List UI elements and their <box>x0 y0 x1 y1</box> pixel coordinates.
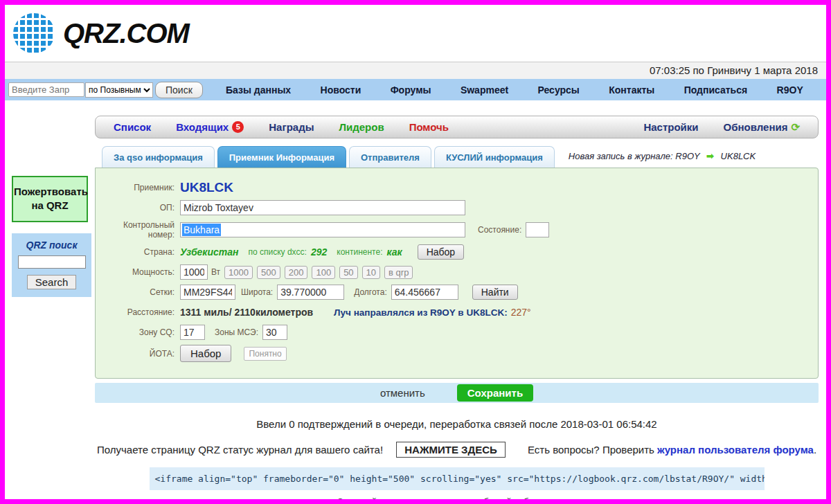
main-nav-bar: по Позывным Поиск Базы данных Новости Фо… <box>5 79 826 100</box>
menubar-item-settings[interactable]: Настройки <box>643 121 698 133</box>
cancel-link[interactable]: отменить <box>380 387 425 399</box>
tab-sender[interactable]: Отправителя <box>349 146 431 168</box>
dxcc-value: 292 <box>311 246 327 258</box>
power-preset-50[interactable]: 50 <box>339 266 357 279</box>
power-preset-500[interactable]: 500 <box>257 266 280 279</box>
power-row: Мощность: Вт 1000 500 200 100 50 10 в qr… <box>96 264 818 280</box>
control-number-label: Контрольный номер: <box>96 220 180 240</box>
nav-item-resources[interactable]: Ресурсы <box>538 84 580 96</box>
itu-zone-label: Зоны МСЭ: <box>215 327 258 337</box>
menubar-item-help-label: Помочь <box>409 121 449 133</box>
continent-value: как <box>386 246 402 258</box>
find-button[interactable]: Найти <box>472 285 518 300</box>
inbox-count-badge: 5 <box>232 121 244 133</box>
qrz-search-input[interactable] <box>18 255 86 269</box>
grid-input[interactable] <box>180 285 235 300</box>
search-button[interactable]: Поиск <box>155 82 203 98</box>
nav-item-forums[interactable]: Форумы <box>391 84 431 96</box>
power-label: Мощность: <box>96 267 180 277</box>
country-label: Страна: <box>96 247 180 257</box>
menubar-item-awards[interactable]: Награды <box>269 121 314 133</box>
nav-item-news[interactable]: Новости <box>321 84 361 96</box>
latitude-input[interactable] <box>277 285 344 300</box>
save-button[interactable]: Сохранить <box>457 384 533 402</box>
country-set-button[interactable]: Набор <box>418 244 465 260</box>
gmt-timestamp: 07:03:25 по Гринвичу 1 марта 2018 <box>650 64 818 76</box>
menubar-item-updates[interactable]: Обновления ⟳ <box>724 121 800 134</box>
distance-label: Расстояние: <box>96 307 180 317</box>
tab-qsl-info[interactable]: КУСЛИЙ информация <box>434 146 555 168</box>
menubar-item-help[interactable]: Помочь <box>409 121 449 133</box>
iframe-embed-code[interactable]: <iframe align="top" frameborder="0" heig… <box>150 467 765 490</box>
content-area: Пожертвовать на QRZ QRZ поиск Search Спи… <box>5 100 826 504</box>
beam-heading-value: 227° <box>511 307 531 318</box>
power-preset-qrp[interactable]: в qrp <box>384 266 413 279</box>
grid-row: Сетки: Широта: Долгота: Найти <box>96 285 818 300</box>
power-preset-100[interactable]: 100 <box>312 266 335 279</box>
receiver-info-form: Приемник: UK8LCK ОП: Контрольный номер: … <box>95 168 819 379</box>
logbook-tabs: За qso информация Приемник Информация От… <box>95 146 819 168</box>
op-input[interactable] <box>180 200 465 215</box>
copy-paste-hint: Скопируйте и вставьте в ваш любимый веб-… <box>95 496 819 504</box>
left-sidebar: Пожертвовать на QRZ QRZ поиск Search <box>5 116 95 504</box>
tab-receiver-info[interactable]: Приемник Информация <box>217 146 346 168</box>
qrz-search-widget: QRZ поиск Search <box>12 233 91 297</box>
arrow-right-icon: ➡ <box>706 151 714 161</box>
site-logo-text: QRZ.COM <box>63 18 189 49</box>
power-preset-200[interactable]: 200 <box>285 266 308 279</box>
power-input[interactable] <box>180 264 208 280</box>
dxcc-label: по списку dxcc: <box>249 247 307 257</box>
control-number-input[interactable]: Bukhara <box>180 222 465 237</box>
donate-line1: Пожертвовать <box>14 185 86 199</box>
distance-row: Расстояние: 1311 миль/ 2110километров Лу… <box>96 305 818 320</box>
longitude-label: Долгота: <box>354 287 387 297</box>
menubar-item-list-label: Список <box>114 121 151 133</box>
state-label: Состояние: <box>478 225 521 235</box>
power-unit-label: Вт <box>211 267 220 277</box>
control-number-row: Контрольный номер: Bukhara Состояние: <box>96 220 818 240</box>
search-category-select[interactable]: по Позывным <box>85 82 153 98</box>
menubar-item-awards-label: Награды <box>269 121 314 133</box>
iota-ok-button[interactable]: Понятно <box>244 347 286 361</box>
iota-row: ЙОТА: Набор Понятно <box>96 345 818 362</box>
nav-item-swapmeet[interactable]: Swapmeet <box>461 84 508 96</box>
menubar-item-inbox[interactable]: Входящих 5 <box>176 121 244 133</box>
promo-row: Получаете страницу QRZ статус журнал для… <box>95 442 819 458</box>
nav-item-contacts[interactable]: Контакты <box>609 84 654 96</box>
timestamp-bar: 07:03:25 по Гринвичу 1 марта 2018 <box>5 62 826 79</box>
donate-button[interactable]: Пожертвовать на QRZ <box>12 176 88 222</box>
qrz-search-button[interactable]: Search <box>27 275 77 289</box>
qrz-globe-logo-icon <box>12 12 56 55</box>
power-preset-10[interactable]: 10 <box>362 266 380 279</box>
zones-row: Зону CQ: Зоны МСЭ: <box>96 325 818 340</box>
new-entry-label: Новая запись в журнале: <box>569 151 673 161</box>
longitude-input[interactable] <box>391 285 458 300</box>
nav-item-subscribe[interactable]: Подписаться <box>684 84 748 96</box>
menubar-item-leaders[interactable]: Лидеров <box>339 121 384 133</box>
receiver-callsign: UK8LCK <box>180 180 233 195</box>
menubar-item-leaders-label: Лидеров <box>339 121 384 133</box>
click-here-button[interactable]: НАЖМИТЕ ЗДЕСЬ <box>396 442 506 458</box>
callsign-search-input[interactable] <box>8 82 84 97</box>
nav-item-callsign[interactable]: R9OY <box>777 84 803 96</box>
qrz-search-title: QRZ поиск <box>12 240 91 251</box>
beam-heading-label: Луч направлялся из R9OY в UK8LCK: <box>334 307 508 318</box>
menubar-item-settings-label: Настройки <box>643 121 698 133</box>
forum-link-period: . <box>814 444 816 456</box>
tab-qso-info[interactable]: За qso информация <box>102 146 215 168</box>
state-input[interactable] <box>526 222 549 237</box>
cq-zone-label: Зону CQ: <box>96 327 180 337</box>
itu-zone-input[interactable] <box>262 325 287 340</box>
iota-set-button[interactable]: Набор <box>180 345 231 362</box>
power-preset-1000[interactable]: 1000 <box>224 266 253 279</box>
logbook-menubar: Список Входящих 5 Награды Лидеров Помочь… <box>95 116 819 138</box>
distance-value: 1311 миль/ 2110километров <box>180 307 313 318</box>
op-label: ОП: <box>96 203 180 213</box>
new-entry-to-call: UK8LCK <box>721 151 756 161</box>
control-number-selected-text: Bukhara <box>182 224 221 236</box>
cq-zone-input[interactable] <box>180 325 205 340</box>
menubar-item-list[interactable]: Список <box>114 121 151 133</box>
forum-user-log-link[interactable]: журнал пользователя форума <box>657 444 814 456</box>
nav-item-databases[interactable]: Базы данных <box>226 84 291 96</box>
main-column: Список Входящих 5 Награды Лидеров Помочь… <box>95 116 819 504</box>
